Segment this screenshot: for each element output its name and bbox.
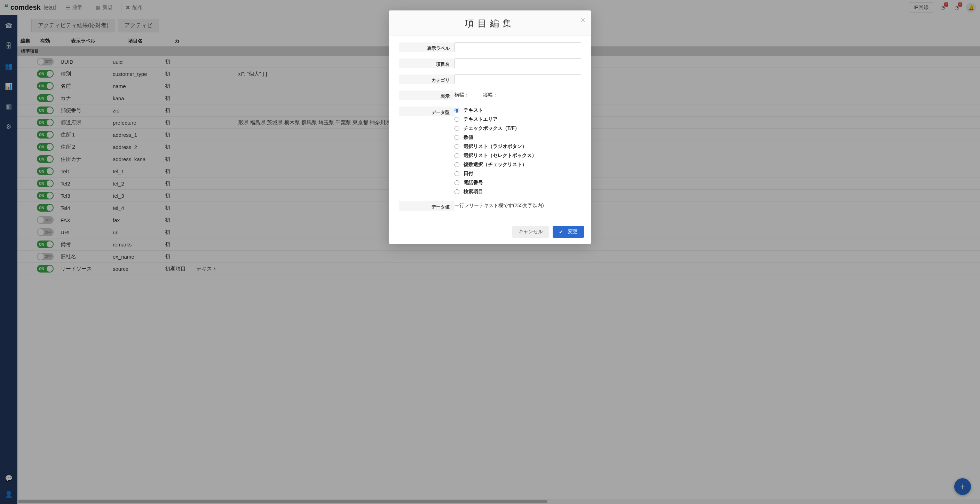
radio-label: 複数選択（チェックリスト） bbox=[463, 162, 527, 168]
radio-input[interactable] bbox=[455, 180, 460, 185]
close-icon: × bbox=[581, 15, 585, 25]
modal-header: 項目編集 × bbox=[389, 10, 591, 35]
radio-label: テキスト bbox=[463, 107, 483, 113]
modal-footer: キャンセル ✔ 変更 bbox=[389, 221, 591, 244]
data-type-option[interactable]: チェックボックス（T/F） bbox=[455, 125, 581, 132]
submit-label: 変更 bbox=[568, 229, 578, 235]
radio-input[interactable] bbox=[455, 108, 460, 113]
radio-label: 選択リスト（ラジオボタン） bbox=[463, 143, 527, 149]
data-type-radio-group: テキストテキストエリアチェックボックス（T/F）数値選択リスト（ラジオボタン）選… bbox=[455, 107, 581, 195]
radio-label: 選択リスト（セレクトボックス） bbox=[463, 153, 537, 159]
input-category[interactable] bbox=[455, 75, 581, 84]
data-type-option[interactable]: 複数選択（チェックリスト） bbox=[455, 162, 581, 168]
radio-input[interactable] bbox=[455, 117, 460, 122]
radio-input[interactable] bbox=[455, 171, 460, 176]
input-display-label[interactable] bbox=[455, 43, 581, 52]
radio-input[interactable] bbox=[455, 135, 460, 140]
radio-input[interactable] bbox=[455, 189, 460, 194]
radio-label: 数値 bbox=[463, 134, 473, 141]
label-display-label: 表示ラベル bbox=[399, 43, 455, 52]
radio-input[interactable] bbox=[455, 153, 460, 158]
submit-button[interactable]: ✔ 変更 bbox=[553, 226, 584, 238]
edit-item-modal: 項目編集 × 表示ラベル 項目名 カテゴリ 表示 横幅： 縦幅： データ型 bbox=[389, 10, 591, 244]
radio-input[interactable] bbox=[455, 144, 460, 149]
data-type-option[interactable]: 選択リスト（セレクトボックス） bbox=[455, 153, 581, 159]
radio-label: 電話番号 bbox=[463, 180, 483, 186]
label-display: 表示 bbox=[399, 91, 455, 100]
cancel-button[interactable]: キャンセル bbox=[512, 226, 549, 238]
check-icon: ✔ bbox=[559, 229, 563, 235]
radio-label: 日付 bbox=[463, 170, 473, 177]
label-data-value: データ値 bbox=[399, 201, 455, 211]
label-item-name: 項目名 bbox=[399, 59, 455, 68]
modal-close-button[interactable]: × bbox=[581, 16, 585, 24]
data-type-option[interactable]: 選択リスト（ラジオボタン） bbox=[455, 143, 581, 149]
data-type-option[interactable]: テキストエリア bbox=[455, 116, 581, 122]
data-type-option[interactable]: 電話番号 bbox=[455, 180, 581, 186]
input-item-name[interactable] bbox=[455, 59, 581, 68]
modal-body: 表示ラベル 項目名 カテゴリ 表示 横幅： 縦幅： データ型 テキストテキストエ… bbox=[389, 35, 591, 221]
modal-title: 項目編集 bbox=[398, 17, 582, 30]
width-label: 横幅： bbox=[455, 92, 469, 98]
data-type-option[interactable]: テキスト bbox=[455, 107, 581, 113]
radio-input[interactable] bbox=[455, 126, 460, 131]
radio-label: 検索項目 bbox=[463, 189, 483, 195]
height-label: 縦幅： bbox=[483, 92, 498, 98]
radio-input[interactable] bbox=[455, 162, 460, 167]
radio-label: テキストエリア bbox=[463, 116, 498, 122]
data-value-description: 一行フリーテキスト欄です(255文字以内) bbox=[455, 201, 581, 209]
radio-label: チェックボックス（T/F） bbox=[463, 125, 520, 132]
label-category: カテゴリ bbox=[399, 75, 455, 84]
data-type-option[interactable]: 数値 bbox=[455, 134, 581, 141]
data-type-option[interactable]: 日付 bbox=[455, 170, 581, 177]
data-type-option[interactable]: 検索項目 bbox=[455, 189, 581, 195]
label-data-type: データ型 bbox=[399, 107, 455, 116]
